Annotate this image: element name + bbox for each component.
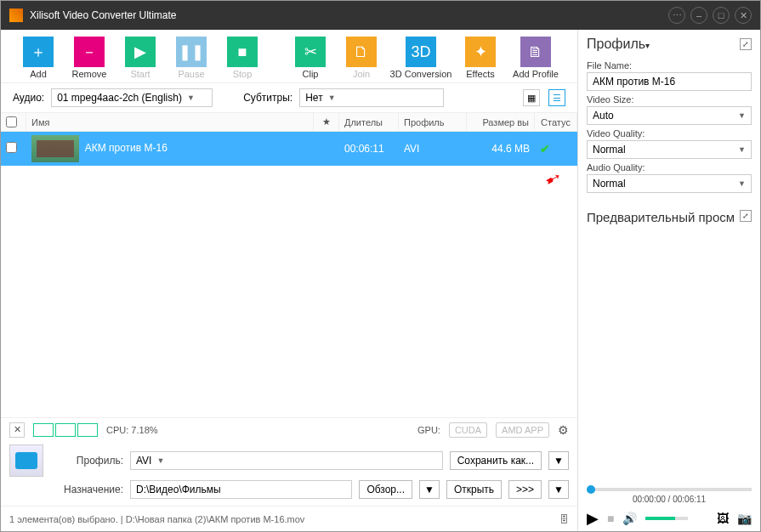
play-button[interactable]: ▶ bbox=[587, 509, 599, 528]
3d-button[interactable]: 3D3D Conversion bbox=[387, 37, 455, 79]
subs-label: Субтитры: bbox=[243, 92, 292, 104]
videoq-select[interactable]: Normal▼ bbox=[587, 140, 752, 159]
filename-label: File Name: bbox=[587, 60, 752, 71]
status-done-icon: ✔ bbox=[540, 142, 550, 156]
thumbnail-icon bbox=[31, 135, 79, 162]
stop-button[interactable]: ■Stop bbox=[217, 37, 268, 79]
videoq-label: Video Quality: bbox=[587, 128, 752, 139]
cpu-meter-icon bbox=[33, 423, 98, 437]
pause-button[interactable]: ❚❚Pause bbox=[166, 37, 217, 79]
perf-bar: ✕ CPU: 7.18% GPU: CUDA AMD APP ⚙ bbox=[1, 417, 577, 441]
col-duration[interactable]: Длителы bbox=[339, 113, 399, 131]
item-size: 44.6 MB bbox=[467, 143, 535, 155]
row-checkbox[interactable] bbox=[6, 142, 17, 153]
clip-button[interactable]: ✂Clip bbox=[285, 37, 336, 79]
snapshot-icon[interactable]: 📷 bbox=[737, 512, 752, 525]
window-title: Xilisoft Video Converter Ultimate bbox=[30, 9, 177, 21]
save-as-dropdown[interactable]: ▼ bbox=[548, 451, 569, 470]
gear-icon[interactable]: ⚙ bbox=[558, 423, 569, 437]
open-button[interactable]: Открыть bbox=[446, 480, 502, 499]
browse-button[interactable]: Обзор... bbox=[359, 480, 412, 499]
close-perf-icon[interactable]: ✕ bbox=[9, 422, 25, 438]
cuda-badge: CUDA bbox=[449, 422, 487, 438]
main-toolbar: ＋Add －Remove ▶Start ❚❚Pause ■Stop ✂Clip … bbox=[1, 30, 577, 83]
transport-bar: ▶ ■ 🔊 🖼 📷 bbox=[587, 509, 752, 528]
snapshot-folder-icon[interactable]: 🖼 bbox=[717, 512, 729, 525]
item-duration: 00:06:11 bbox=[339, 143, 399, 155]
app-logo-icon bbox=[9, 8, 23, 22]
right-panel: Профиль▾ ⤢ File Name: АКМ против М-16 Vi… bbox=[578, 30, 760, 531]
save-as-button[interactable]: Сохранить как... bbox=[450, 451, 542, 470]
cpu-label: CPU: 7.18% bbox=[106, 425, 158, 435]
list-mode-icon[interactable]: 🗄 bbox=[559, 514, 569, 524]
status-bar: 1 элемента(ов) выбрано. | D:\Новая папка… bbox=[1, 506, 577, 531]
more-dropdown[interactable]: ▼ bbox=[548, 480, 569, 499]
maximize-button[interactable]: □ bbox=[713, 7, 730, 24]
titlebar: Xilisoft Video Converter Ultimate ⋯ – □ … bbox=[1, 1, 760, 30]
col-status[interactable]: Статус bbox=[535, 113, 577, 131]
item-profile: AVI bbox=[399, 143, 467, 155]
view-grid-icon[interactable]: ▦ bbox=[523, 89, 540, 106]
film-icon bbox=[9, 444, 43, 477]
view-list-icon[interactable]: ☰ bbox=[548, 89, 565, 106]
col-size[interactable]: Размер вы bbox=[467, 113, 535, 131]
audioq-label: Audio Quality: bbox=[587, 162, 752, 173]
preview-area bbox=[587, 224, 752, 481]
more-button[interactable]: >>> bbox=[508, 480, 542, 499]
gpu-label: GPU: bbox=[417, 425, 440, 435]
item-name: АКМ против М-16 bbox=[85, 142, 168, 154]
stop-button[interactable]: ■ bbox=[607, 512, 614, 525]
minimize-button[interactable]: – bbox=[690, 7, 707, 24]
time-label: 00:00:00 / 00:06:11 bbox=[587, 495, 752, 504]
videosize-select[interactable]: Auto▼ bbox=[587, 106, 752, 125]
expand-profile-icon[interactable]: ⤢ bbox=[740, 38, 752, 50]
filter-bar: Аудио: 01 mpeg4aac-2ch (English)▼ Субтит… bbox=[1, 83, 577, 113]
file-list: АКМ против М-16 00:06:11 AVI 44.6 MB ✔ ➸ bbox=[1, 132, 577, 417]
col-name[interactable]: Имя bbox=[26, 113, 314, 131]
remove-button[interactable]: －Remove bbox=[64, 37, 115, 79]
profile-header: Профиль▾ ⤢ bbox=[587, 37, 752, 52]
dest-input[interactable]: D:\Видео\Фильмы bbox=[130, 480, 352, 499]
audioq-select[interactable]: Normal▼ bbox=[587, 174, 752, 193]
dest-label: Назначение: bbox=[55, 484, 123, 495]
expand-preview-icon[interactable]: ⤢ bbox=[740, 210, 752, 222]
browse-dropdown[interactable]: ▼ bbox=[419, 480, 440, 499]
filename-input[interactable]: АКМ против М-16 bbox=[587, 72, 752, 91]
add-profile-button[interactable]: 🗎Add Profile bbox=[506, 37, 565, 79]
settings-icon[interactable]: ⋯ bbox=[668, 7, 685, 24]
volume-slider[interactable] bbox=[645, 517, 688, 520]
start-button[interactable]: ▶Start bbox=[115, 37, 166, 79]
col-star[interactable]: ★ bbox=[314, 113, 339, 131]
profile-select[interactable]: AVI▼ bbox=[130, 451, 443, 470]
audio-label: Аудио: bbox=[13, 92, 44, 104]
output-form: Профиль: AVI▼ Сохранить как... ▼ Назначе… bbox=[1, 441, 577, 506]
volume-icon[interactable]: 🔊 bbox=[622, 512, 637, 525]
videosize-label: Video Size: bbox=[587, 94, 752, 105]
list-item[interactable]: АКМ против М-16 00:06:11 AVI 44.6 MB ✔ bbox=[1, 132, 577, 166]
amd-badge: AMD APP bbox=[496, 422, 549, 438]
subs-select[interactable]: Нет▼ bbox=[299, 88, 444, 107]
audio-select[interactable]: 01 mpeg4aac-2ch (English)▼ bbox=[51, 88, 213, 107]
list-header: Имя ★ Длителы Профиль Размер вы Статус bbox=[1, 113, 577, 132]
seek-slider[interactable] bbox=[587, 488, 752, 491]
profile-label: Профиль: bbox=[55, 455, 123, 467]
join-button[interactable]: 🗋Join bbox=[336, 37, 387, 79]
add-button[interactable]: ＋Add bbox=[13, 37, 64, 79]
preview-header: Предварительный просм ⤢ bbox=[587, 210, 752, 224]
close-button[interactable]: ✕ bbox=[735, 7, 752, 24]
status-text: 1 элемента(ов) выбрано. | D:\Новая папка… bbox=[9, 514, 304, 524]
col-profile[interactable]: Профиль bbox=[399, 113, 467, 131]
select-all-checkbox[interactable] bbox=[6, 116, 17, 127]
annotation-arrow-icon: ➸ bbox=[541, 165, 565, 192]
effects-button[interactable]: ✦Effects bbox=[455, 37, 506, 79]
